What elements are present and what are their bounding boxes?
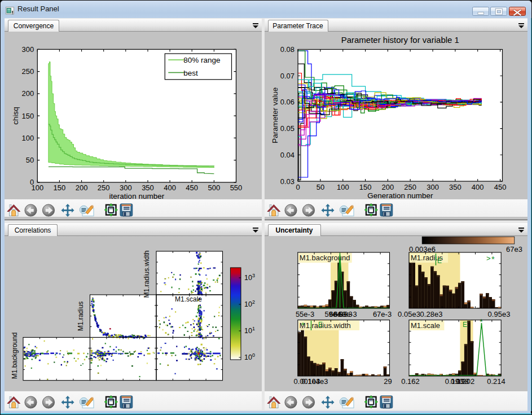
svg-text:0.214: 0.214 [487,377,505,386]
svg-text:29: 29 [384,377,392,386]
svg-text:200: 200 [22,89,34,98]
svg-text:0.104e3: 0.104e3 [301,377,328,386]
svg-text:iteration number: iteration number [109,192,165,199]
svg-text:E: E [463,321,467,329]
svg-text:0.28e3: 0.28e3 [420,310,442,318]
svg-text:0.95e3: 0.95e3 [487,310,510,318]
svg-text:*: * [491,254,495,264]
svg-text:350: 350 [142,184,154,192]
svg-text:E: E [437,257,442,265]
svg-text:150: 150 [359,183,371,191]
svg-text:E: E [318,321,323,329]
svg-text:Parameter value: Parameter value [271,88,279,143]
svg-text:102: 102 [244,299,255,308]
svg-text:55e-3: 55e-3 [295,310,314,318]
svg-text:*: * [480,317,483,326]
svg-text:300: 300 [120,184,132,192]
svg-text:0.05: 0.05 [280,124,294,133]
svg-text:0.202: 0.202 [456,377,474,386]
svg-text:50: 50 [316,183,324,191]
svg-text:0.03: 0.03 [280,177,294,186]
svg-text:150: 150 [22,112,34,120]
svg-text:M1.radius.width: M1.radius.width [299,321,350,330]
svg-text:300: 300 [427,183,439,191]
svg-text:450: 450 [186,184,198,192]
svg-text:best: best [183,69,198,77]
svg-text:103: 103 [244,273,255,282]
svg-text:>: > [486,254,491,263]
svg-text:0: 0 [296,183,300,191]
svg-text:M1.background: M1.background [299,254,350,262]
svg-text:M1.scale: M1.scale [411,321,440,330]
svg-text:500: 500 [208,184,221,192]
svg-text:63e-3: 63e-3 [338,310,357,318]
svg-text:0.04: 0.04 [280,151,294,159]
svg-text:80% range: 80% range [183,56,220,64]
svg-text:0.08: 0.08 [280,45,294,54]
svg-text:200: 200 [76,184,88,192]
svg-text:100: 100 [244,352,255,361]
svg-text:100: 100 [22,134,34,142]
svg-text:400: 400 [164,184,176,192]
svg-text:350: 350 [449,183,461,191]
svg-text:150: 150 [54,184,66,192]
svg-text:200: 200 [381,183,394,191]
svg-text:300: 300 [22,45,34,54]
svg-text:0.05e3: 0.05e3 [398,310,420,318]
svg-text:550: 550 [230,184,243,192]
svg-text:M1.radius: M1.radius [77,302,85,331]
svg-text:0: 0 [30,178,34,186]
svg-text:M1.background: M1.background [11,333,19,379]
svg-text:67e-3: 67e-3 [372,310,391,318]
svg-text:450: 450 [494,183,506,191]
svg-text:250: 250 [404,183,416,191]
svg-text:Parameter history for variable: Parameter history for variable 1 [341,35,459,45]
svg-text:250: 250 [22,67,34,76]
svg-text:250: 250 [98,184,110,192]
svg-text:67e3: 67e3 [506,245,522,254]
svg-text:0.07: 0.07 [280,72,294,80]
svg-text:101: 101 [244,326,255,335]
svg-text:0.162: 0.162 [401,377,420,386]
svg-text:400: 400 [471,183,483,191]
svg-text:*: * [301,320,305,330]
svg-text:chisq: chisq [11,107,20,125]
svg-text:M1.radius.width: M1.radius.width [143,250,151,298]
svg-text:0.06: 0.06 [280,98,294,106]
svg-text:100: 100 [336,183,349,191]
svg-text:50: 50 [26,156,34,164]
svg-text:M1.scale: M1.scale [175,295,202,303]
svg-text:Generation number: Generation number [367,191,433,199]
